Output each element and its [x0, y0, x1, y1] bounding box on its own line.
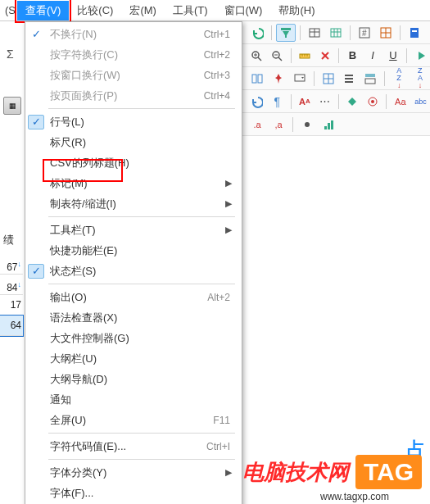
menu-outline-nav[interactable]: 大纲导航(D)	[25, 369, 242, 389]
toolbar-row-4: ¶ AA ⋯ Aa abc	[242, 90, 430, 113]
cell-value-selected[interactable]: 64	[0, 316, 23, 336]
watermark-tag: TAG	[355, 455, 422, 489]
diamond-icon[interactable]	[343, 93, 362, 111]
menu-no-wrap[interactable]: ✓不换行(N)Ctrl+1	[25, 24, 242, 44]
chevron-right-icon: ▶	[225, 198, 235, 209]
menu-wrap-char[interactable]: 按字符换行(C)Ctrl+2	[25, 44, 242, 65]
view-dropdown-menu: ✓不换行(N)Ctrl+1 按字符换行(C)Ctrl+2 按窗口换行(W)Ctr…	[25, 21, 242, 504]
toolbar-row-3: AZ↓ ZA↓	[242, 67, 430, 90]
zoom-in-icon[interactable]	[247, 47, 266, 65]
toolbar-row-5: .a ,a	[242, 113, 430, 136]
menu-function-bar[interactable]: 快捷功能栏(E)	[25, 240, 242, 261]
abc-icon[interactable]: abc	[411, 93, 430, 111]
svg-line-20	[278, 57, 282, 61]
menu-outline-bar[interactable]: 大纲栏(U)	[25, 348, 242, 369]
svg-rect-28	[252, 75, 256, 83]
filter-active-icon[interactable]	[276, 24, 296, 42]
menu-separator	[48, 459, 235, 460]
svg-rect-43	[328, 123, 330, 129]
svg-point-41	[305, 122, 310, 127]
menu-large-file[interactable]: 大文件控制器(G)	[25, 328, 242, 348]
quote-a-icon[interactable]: .a	[247, 116, 267, 134]
menu-notifications[interactable]: 通知	[25, 389, 242, 410]
svg-rect-38	[365, 79, 375, 84]
menu-separator	[48, 216, 235, 217]
pin-icon[interactable]	[269, 70, 288, 88]
underline-icon[interactable]: U	[383, 47, 402, 65]
toolbar-row-2: B I U	[242, 44, 430, 67]
watermark-site: www.tagxp.com	[320, 491, 389, 502]
menu-fullscreen[interactable]: 全屏(U)F11	[25, 410, 242, 430]
menu-compare[interactable]: 比较(C)	[69, 1, 121, 20]
split-icon[interactable]	[247, 70, 267, 88]
menu-separator	[48, 284, 235, 284]
target-icon[interactable]	[364, 93, 382, 111]
menu-status-bar[interactable]: ✓状态栏(S)	[25, 261, 242, 281]
menu-separator	[48, 433, 235, 434]
grid-icon[interactable]	[376, 24, 396, 42]
menu-wrap-page[interactable]: 按页面换行(P)Ctrl+4	[25, 85, 242, 106]
font-size-icon[interactable]: AA	[295, 93, 314, 111]
zoom-out-icon[interactable]	[268, 47, 287, 65]
cell-value[interactable]: 17	[0, 295, 23, 316]
bold-icon[interactable]: B	[343, 47, 362, 65]
number-icon[interactable]: #	[355, 24, 374, 42]
layout-icon[interactable]	[360, 70, 380, 88]
menu-syntax-checker[interactable]: 语法检查器(X)	[25, 307, 242, 328]
italic-icon[interactable]: I	[364, 47, 382, 65]
dropdown-icon[interactable]	[290, 70, 310, 88]
svg-rect-37	[365, 74, 375, 77]
svg-rect-14	[412, 30, 417, 32]
menu-window[interactable]: 窗口(W)	[216, 1, 271, 20]
svg-rect-29	[258, 75, 262, 83]
dot-icon[interactable]	[297, 116, 317, 134]
play-icon[interactable]	[411, 47, 430, 65]
menu-tools[interactable]: 工具(T)	[165, 1, 216, 20]
quote-a2-icon[interactable]: ,a	[269, 116, 288, 134]
menu-line-number[interactable]: ✓行号(L)	[25, 111, 242, 132]
svg-line-16	[258, 57, 261, 61]
svg-point-40	[371, 100, 374, 103]
paragraph-icon[interactable]: ¶	[268, 93, 287, 111]
menu-ruler[interactable]: 标尺(R)	[25, 132, 242, 152]
pane-icon[interactable]	[319, 70, 338, 88]
close-x-icon[interactable]	[315, 47, 334, 65]
list-icon[interactable]	[340, 70, 360, 88]
chevron-right-icon: ▶	[225, 467, 235, 478]
case-icon[interactable]: Aa	[391, 93, 410, 111]
cell-value[interactable]: 84↓	[0, 275, 23, 295]
table-icon[interactable]	[305, 24, 324, 42]
undo-icon[interactable]	[247, 24, 267, 42]
sort-desc-icon[interactable]: ZA↓	[410, 70, 430, 88]
menubar: (S 查看(V) 比较(C) 宏(M) 工具(T) 窗口(W) 帮助(H)	[0, 0, 430, 21]
svg-rect-4	[331, 29, 341, 37]
bars-icon[interactable]	[319, 116, 338, 134]
sort-asc-icon[interactable]: AZ↓	[389, 70, 409, 88]
blue-doc-icon[interactable]	[405, 24, 424, 42]
svg-rect-44	[331, 120, 333, 129]
ruler-icon[interactable]	[295, 47, 314, 65]
undo2-icon[interactable]	[247, 93, 266, 111]
calculator-icon[interactable]: ▦	[3, 97, 21, 115]
menu-font[interactable]: 字体(F)...	[25, 483, 242, 503]
menubar-frag-left: (S	[3, 2, 17, 19]
menu-marks[interactable]: 标记(M)▶	[25, 173, 242, 193]
sheet-icon[interactable]	[326, 24, 346, 42]
cell-value[interactable]: 67↓	[0, 254, 23, 275]
menu-toolbars[interactable]: 工具栏(T)▶	[25, 220, 242, 240]
sigma-icon[interactable]: Σ	[0, 44, 25, 64]
menu-wrap-window[interactable]: 按窗口换行(W)Ctrl+3	[25, 65, 242, 85]
menu-macros[interactable]: 宏(M)	[121, 1, 165, 20]
menu-tab-indent[interactable]: 制表符/缩进(I)▶	[25, 193, 242, 214]
menu-csv-header[interactable]: CSV的列标题(H)	[25, 152, 242, 173]
check-icon: ✓	[28, 264, 44, 279]
menu-char-code[interactable]: 字符代码值(E)...Ctrl+I	[25, 436, 242, 456]
menu-view[interactable]: 查看(V)	[17, 1, 69, 20]
watermark: 电脑技术网 TAG	[242, 455, 422, 489]
chevron-right-icon: ▶	[225, 178, 235, 188]
menu-output[interactable]: 输出(O)Alt+2	[25, 287, 242, 307]
watermark-text: 电脑技术网	[242, 458, 349, 487]
menu-help[interactable]: 帮助(H)	[270, 1, 323, 20]
more-icon[interactable]: ⋯	[315, 93, 334, 111]
menu-font-category[interactable]: 字体分类(Y)▶	[25, 462, 242, 483]
